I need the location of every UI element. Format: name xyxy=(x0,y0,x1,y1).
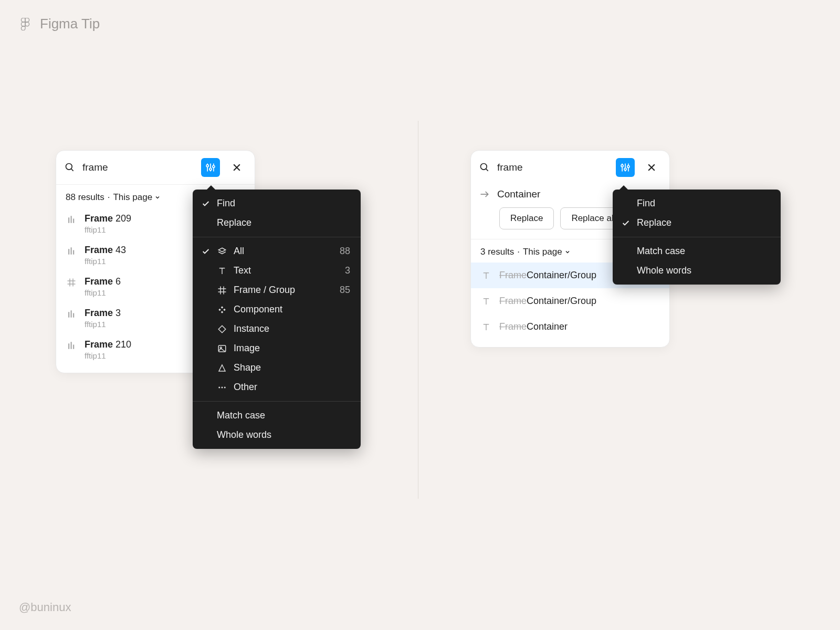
result-subtitle: fftip11 xyxy=(85,351,131,360)
result-title: FrameContainer/Group xyxy=(499,296,596,307)
result-title: Frame 210 xyxy=(85,339,131,350)
check-icon xyxy=(201,200,211,208)
attribution: @buninux xyxy=(19,601,71,614)
svg-marker-41 xyxy=(219,365,225,371)
filter-dropdown: Find Replace Match case Whole words xyxy=(613,190,781,285)
mode-find[interactable]: Find xyxy=(613,194,781,213)
search-input[interactable]: frame xyxy=(82,162,194,173)
search-bar: frame xyxy=(471,151,669,184)
option-whole-words[interactable]: Whole words xyxy=(613,261,781,280)
mode-replace[interactable]: Replace xyxy=(193,213,361,233)
svg-point-45 xyxy=(481,164,487,170)
svg-point-52 xyxy=(627,165,629,167)
svg-marker-36 xyxy=(218,308,221,311)
text-icon xyxy=(481,322,491,332)
filter-button[interactable] xyxy=(201,158,220,177)
svg-rect-11 xyxy=(68,217,69,223)
layers-icon xyxy=(217,247,227,256)
result-title: Frame 6 xyxy=(85,276,121,287)
svg-rect-13 xyxy=(73,219,74,223)
result-item[interactable]: FrameContainer/Group xyxy=(471,288,669,314)
page-scope-dropdown[interactable]: This page xyxy=(113,192,161,203)
text-icon xyxy=(481,271,491,280)
filter-all[interactable]: All 88 xyxy=(193,242,361,261)
svg-rect-15 xyxy=(71,247,72,255)
mode-find[interactable]: Find xyxy=(193,194,361,213)
filter-other[interactable]: Other xyxy=(193,377,361,397)
frame-hash-icon xyxy=(67,278,76,287)
page-scope-dropdown[interactable]: This page xyxy=(523,247,571,257)
svg-point-50 xyxy=(621,165,623,167)
svg-rect-16 xyxy=(73,250,74,255)
svg-rect-24 xyxy=(68,343,69,349)
option-whole-words[interactable]: Whole words xyxy=(193,425,361,445)
close-button[interactable] xyxy=(227,158,246,177)
option-match-case[interactable]: Match case xyxy=(613,242,781,261)
svg-line-46 xyxy=(486,169,488,171)
shape-icon xyxy=(217,363,227,373)
image-icon xyxy=(217,344,227,353)
svg-point-6 xyxy=(206,165,208,167)
mode-replace[interactable]: Replace xyxy=(613,213,781,233)
frame-bars-icon xyxy=(67,246,76,256)
svg-rect-26 xyxy=(73,345,74,349)
svg-point-43 xyxy=(222,386,223,388)
svg-rect-21 xyxy=(68,312,69,318)
chevron-down-icon xyxy=(154,194,161,201)
more-icon xyxy=(217,383,227,392)
svg-point-51 xyxy=(624,168,626,170)
arrow-right-icon xyxy=(479,189,490,200)
dropdown-arrow xyxy=(206,185,216,190)
svg-rect-12 xyxy=(71,216,72,223)
result-title: FrameContainer/Group xyxy=(499,270,596,281)
close-button[interactable] xyxy=(642,158,661,177)
result-item[interactable]: FrameContainer xyxy=(471,314,669,340)
filter-text[interactable]: Text 3 xyxy=(193,261,361,280)
svg-marker-37 xyxy=(223,308,226,311)
replace-one-button[interactable]: Replace xyxy=(499,207,554,229)
result-title: Frame 3 xyxy=(85,308,121,319)
svg-point-7 xyxy=(209,168,212,170)
filter-frame-group[interactable]: Frame / Group 85 xyxy=(193,280,361,300)
dropdown-arrow xyxy=(619,185,628,190)
svg-rect-25 xyxy=(71,342,72,349)
check-icon xyxy=(621,219,631,227)
filter-instance[interactable]: Instance xyxy=(193,319,361,339)
results-count: 3 results xyxy=(480,247,514,257)
result-subtitle: fftip11 xyxy=(85,257,126,266)
text-icon xyxy=(217,266,227,276)
result-subtitle: fftip11 xyxy=(85,225,131,234)
check-icon xyxy=(201,247,211,256)
filter-dropdown: Find Replace All 88 Text 3 Frame / Group… xyxy=(193,190,361,449)
component-icon xyxy=(217,305,227,314)
sliders-icon xyxy=(620,162,631,173)
search-bar: frame xyxy=(56,151,255,185)
vertical-divider xyxy=(418,121,418,499)
option-match-case[interactable]: Match case xyxy=(193,406,361,425)
hash-icon xyxy=(217,286,227,295)
svg-marker-38 xyxy=(218,326,226,333)
svg-point-8 xyxy=(213,165,215,167)
instance-icon xyxy=(217,324,227,334)
sliders-icon xyxy=(205,162,216,173)
search-input[interactable]: frame xyxy=(497,162,608,173)
svg-rect-23 xyxy=(73,313,74,318)
svg-marker-34 xyxy=(221,306,224,309)
result-subtitle: fftip11 xyxy=(85,288,121,297)
result-title: Frame 209 xyxy=(85,213,131,224)
filter-shape[interactable]: Shape xyxy=(193,358,361,377)
chevron-down-icon xyxy=(564,249,571,255)
close-icon xyxy=(232,162,242,173)
frame-bars-icon xyxy=(67,341,76,350)
close-icon xyxy=(646,162,657,173)
svg-point-1 xyxy=(66,164,72,170)
filter-component[interactable]: Component xyxy=(193,300,361,319)
result-subtitle: fftip11 xyxy=(85,320,121,329)
svg-point-0 xyxy=(25,22,29,26)
filter-image[interactable]: Image xyxy=(193,339,361,358)
results-count: 88 results xyxy=(66,192,104,203)
result-title: FrameContainer xyxy=(499,321,568,332)
page-title: Figma Tip xyxy=(40,16,100,32)
svg-point-44 xyxy=(224,386,226,388)
filter-button[interactable] xyxy=(616,158,635,177)
